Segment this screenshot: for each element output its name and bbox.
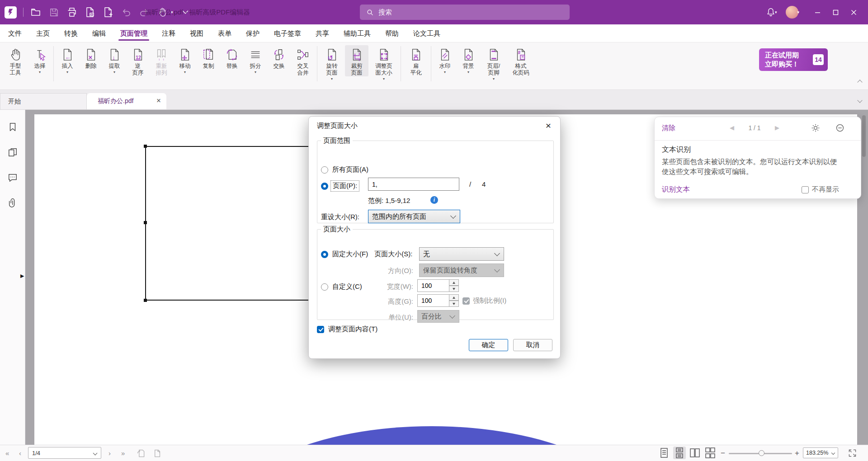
zoom-level-combo[interactable]: 183.25%	[803, 447, 838, 458]
zoom-in-icon[interactable]: +	[795, 445, 799, 461]
page-add-icon[interactable]	[102, 6, 114, 18]
user-avatar[interactable]	[786, 6, 798, 19]
sidebar-expand-handle-icon[interactable]: ▶	[20, 273, 24, 279]
split-button[interactable]: 拆分 ▾	[244, 45, 267, 74]
height-step-up[interactable]	[449, 294, 459, 301]
menu-esign[interactable]: 电子签章	[267, 24, 308, 42]
fit-screen-icon[interactable]	[848, 445, 857, 461]
swap-pages-button[interactable]: 交换	[268, 45, 290, 70]
menu-edit[interactable]: 编辑	[85, 24, 113, 42]
pages-radio[interactable]	[321, 183, 328, 190]
menu-home[interactable]: 主页	[29, 24, 57, 42]
resize-scope-dropdown[interactable]: 范围内的所有页面	[368, 210, 460, 223]
continuous-view-icon[interactable]	[673, 447, 686, 459]
menu-view[interactable]: 视图	[183, 24, 211, 42]
facing-view-icon[interactable]	[689, 447, 701, 459]
watermark-button[interactable]: 水印 ▾	[434, 45, 456, 74]
width-stepper[interactable]	[417, 279, 449, 292]
print-icon[interactable]	[66, 6, 78, 18]
zoom-slider-thumb[interactable]	[759, 450, 764, 456]
pager-next-icon[interactable]: ▶	[775, 124, 779, 131]
recognize-text-link[interactable]: 识别文本	[662, 185, 690, 194]
resize-page-button[interactable]: 调整页 面大小 ▾	[369, 45, 398, 81]
menu-file[interactable]: 文件	[1, 24, 29, 42]
cancel-button[interactable]: 取消	[513, 339, 552, 351]
single-page-view-icon[interactable]	[658, 447, 670, 459]
tab-document-active[interactable]: 福昕办公.pdf ×	[87, 93, 166, 109]
cross-merge-button[interactable]: 交叉 合并	[291, 45, 315, 76]
tab-list-caret-icon[interactable]	[858, 96, 862, 104]
avatar-caret-icon[interactable]: ▾	[797, 10, 799, 14]
menu-paper-tools[interactable]: 论文工具	[406, 24, 448, 42]
dialog-close-icon[interactable]: ×	[542, 119, 555, 132]
search-input[interactable]: 搜索	[360, 5, 570, 20]
attachments-panel-icon[interactable]	[8, 198, 18, 210]
minimize-panel-icon[interactable]	[835, 123, 844, 134]
delete-page-button[interactable]: × 删除	[80, 45, 102, 70]
undo-icon[interactable]	[120, 6, 132, 18]
background-button[interactable]: 背景 ▾	[457, 45, 480, 74]
menu-protect[interactable]: 保护	[239, 24, 267, 42]
menu-page-management[interactable]: 页面管理	[113, 24, 155, 42]
minimize-button[interactable]	[808, 0, 826, 24]
menu-convert[interactable]: 转换	[57, 24, 85, 42]
height-step-down[interactable]	[449, 301, 459, 307]
flatten-button[interactable]: 扁 平化	[403, 45, 429, 76]
resize-handle-top-left[interactable]	[144, 145, 147, 148]
open-file-icon[interactable]	[30, 6, 42, 18]
bookmarks-panel-icon[interactable]	[8, 122, 18, 134]
all-pages-radio[interactable]	[321, 166, 328, 174]
hand-tool-button[interactable]: 手型 工具	[3, 45, 28, 76]
height-stepper[interactable]	[417, 294, 449, 307]
adjust-content-checkbox[interactable]	[317, 326, 324, 333]
maximize-button[interactable]	[826, 0, 844, 24]
save-icon[interactable]	[48, 6, 60, 18]
facing-continuous-view-icon[interactable]	[704, 447, 717, 459]
rotate-page-button[interactable]: ↺ 旋转 页面 ▾	[320, 45, 344, 81]
previous-page-icon[interactable]: ‹	[19, 445, 21, 461]
resize-handle-mid-left[interactable]	[144, 221, 147, 224]
dont-show-again-checkbox[interactable]	[802, 186, 809, 193]
custom-size-radio[interactable]	[321, 283, 328, 291]
first-page-icon[interactable]: «	[5, 445, 9, 461]
page-size-dropdown[interactable]: 无	[419, 247, 504, 261]
zoom-out-icon[interactable]: −	[721, 445, 725, 461]
page-range-input[interactable]	[368, 178, 459, 191]
last-page-icon[interactable]: »	[121, 445, 125, 461]
copy-page-button[interactable]: 复制	[197, 45, 220, 70]
trial-purchase-banner[interactable]: 正在试用期 立即购买！ 14	[759, 48, 828, 71]
gear-icon[interactable]	[811, 123, 820, 134]
width-step-down[interactable]	[449, 286, 459, 292]
reverse-order-button[interactable]: 12 逆 页序	[127, 45, 149, 76]
width-step-up[interactable]	[449, 279, 459, 286]
extract-page-button[interactable]: ↓ 提取 ▾	[103, 45, 126, 74]
comments-panel-icon[interactable]	[8, 173, 18, 184]
tab-close-icon[interactable]: ×	[156, 96, 161, 105]
menu-help[interactable]: 帮助	[378, 24, 406, 42]
next-page-icon[interactable]: ›	[108, 445, 111, 461]
format-page-number-button[interactable]: #= 格式 化页码	[508, 45, 534, 76]
menu-accessibility[interactable]: 辅助工具	[336, 24, 378, 42]
close-button[interactable]	[844, 0, 863, 24]
vertical-scrollbar-thumb[interactable]	[862, 115, 866, 157]
menu-share[interactable]: 共享	[308, 24, 336, 42]
replace-page-button[interactable]: 替换	[221, 45, 243, 70]
fixed-size-radio[interactable]	[321, 251, 328, 258]
bell-caret-icon[interactable]: ▾	[775, 10, 777, 14]
panel-clear-link[interactable]: 清除	[662, 124, 675, 132]
selection-rectangle[interactable]	[145, 146, 311, 301]
menu-comment[interactable]: 注释	[155, 24, 183, 42]
resize-handle-bottom-left[interactable]	[144, 299, 147, 302]
crop-page-button[interactable]: 裁剪 页面	[345, 45, 368, 76]
pager-prev-icon[interactable]: ◀	[730, 124, 734, 131]
page-number-combo[interactable]: 1/4	[28, 447, 101, 459]
tab-start[interactable]: 开始	[0, 93, 87, 109]
width-input[interactable]	[417, 279, 449, 292]
height-input[interactable]	[417, 294, 449, 307]
page-remove-icon[interactable]	[84, 6, 96, 18]
select-button[interactable]: 选择 ▾	[28, 45, 51, 74]
move-page-button[interactable]: 移动 ▾	[174, 45, 196, 74]
info-icon[interactable]: i	[430, 196, 438, 204]
insert-page-button[interactable]: ← 插入 ▾	[56, 45, 79, 74]
header-footer-button[interactable]: 页眉/ 页脚 ▾	[481, 45, 507, 81]
